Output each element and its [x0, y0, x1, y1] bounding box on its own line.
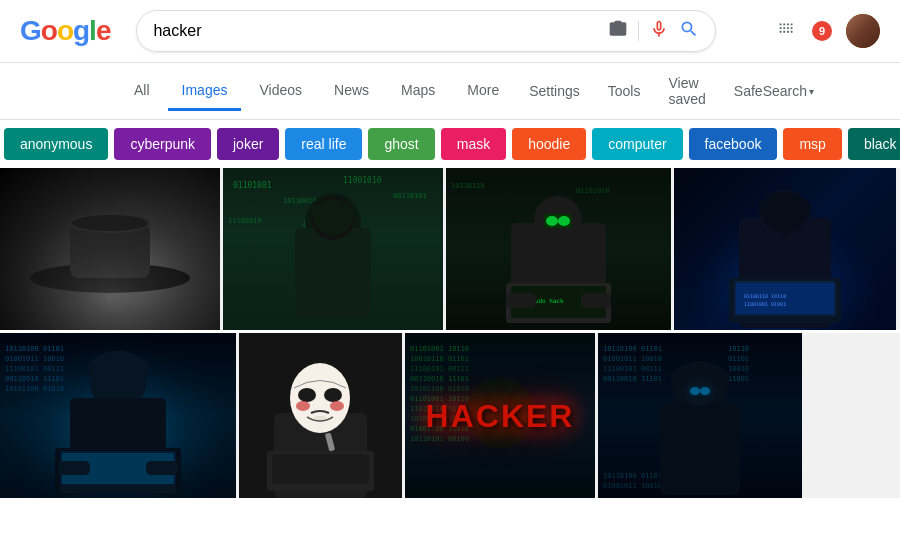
image-glow-hacker[interactable]: 10110100 01101 01001011 10010 11100101 0… — [0, 333, 236, 498]
chip-msp[interactable]: msp — [783, 128, 841, 160]
chip-real-life[interactable]: real life — [285, 128, 362, 160]
svg-rect-24 — [506, 293, 536, 308]
svg-text:00110010 11101: 00110010 11101 — [603, 375, 662, 383]
svg-rect-80 — [660, 405, 740, 495]
svg-text:10110100 01101: 10110100 01101 — [603, 345, 662, 353]
hacker-text-overlay: HACKER — [426, 397, 575, 434]
svg-point-20 — [558, 216, 570, 226]
svg-text:11001: 11001 — [728, 375, 749, 383]
nav-right: Settings Tools View saved SafeSearch ▾ — [517, 67, 826, 115]
svg-text:11100101 00111: 11100101 00111 — [410, 365, 469, 373]
google-logo: Google — [20, 15, 110, 47]
search-submit-icon[interactable] — [679, 19, 699, 43]
chip-joker[interactable]: joker — [217, 128, 279, 160]
svg-point-52 — [324, 388, 342, 402]
image-hoodie-back[interactable]: 01101001 10110010 11001010 00110101 1110… — [223, 168, 443, 330]
svg-text:10010110 01101: 10010110 01101 — [410, 355, 469, 363]
chip-mask[interactable]: mask — [441, 128, 506, 160]
image-blue-hacker[interactable]: 01100110 10110 11001001 01001 — [674, 168, 896, 330]
svg-rect-56 — [272, 454, 369, 484]
apps-icon[interactable] — [776, 18, 798, 44]
notification-badge[interactable]: 9 — [812, 21, 832, 41]
image-matrix-hood[interactable]: 10110100 01101 01001011 10010 11100101 0… — [598, 333, 802, 498]
chip-cyberpunk[interactable]: cyberpunk — [114, 128, 211, 160]
svg-text:01001011 10010: 01001011 10010 — [603, 482, 662, 490]
svg-text:00110101: 00110101 — [393, 192, 427, 200]
svg-point-51 — [298, 388, 316, 402]
svg-text:11100010: 11100010 — [228, 217, 262, 225]
svg-text:01001011 10010: 01001011 10010 — [603, 355, 662, 363]
svg-text:01101001: 01101001 — [233, 181, 272, 190]
svg-point-83 — [690, 387, 700, 395]
masked-laptop-svg: 10110110 01101010 $ sudo hack — [446, 168, 671, 330]
search-input[interactable] — [153, 22, 608, 40]
svg-text:10110100 01101: 10110100 01101 — [603, 472, 662, 480]
view-saved-button[interactable]: View saved — [656, 67, 717, 115]
header-right: 9 — [776, 14, 880, 48]
mic-icon[interactable] — [649, 19, 669, 43]
image-guy-fawkes[interactable] — [239, 333, 402, 498]
search-bar — [136, 10, 716, 52]
image-hacker-text[interactable]: 01101001 10110 10010110 01101 11100101 0… — [405, 333, 595, 498]
svg-text:11001001 01001: 11001001 01001 — [744, 301, 786, 307]
svg-rect-25 — [581, 293, 611, 308]
svg-text:10010: 10010 — [728, 365, 749, 373]
settings-button[interactable]: Settings — [517, 75, 592, 107]
svg-text:01100110 10110: 01100110 10110 — [744, 293, 786, 299]
svg-rect-12 — [295, 228, 371, 318]
svg-rect-47 — [146, 461, 178, 475]
svg-rect-46 — [58, 461, 90, 475]
header: Google — [0, 0, 900, 63]
image-masked-laptop[interactable]: 10110110 01101010 $ sudo hack — [446, 168, 671, 330]
glow-hacker-svg: 10110100 01101 01001011 10010 11100101 0… — [0, 333, 236, 498]
svg-text:01101010: 01101010 — [576, 187, 610, 195]
svg-point-54 — [330, 401, 344, 411]
tools-button[interactable]: Tools — [596, 75, 653, 107]
chip-anonymous[interactable]: anonymous — [4, 128, 108, 160]
matrix-hood-svg: 10110100 01101 01001011 10010 11100101 0… — [598, 333, 802, 498]
svg-text:01101: 01101 — [728, 355, 749, 363]
safesearch-button[interactable]: SafeSearch ▾ — [722, 75, 826, 107]
avatar-image — [846, 14, 880, 48]
svg-text:10110: 10110 — [728, 345, 749, 353]
divider — [638, 21, 639, 41]
tab-maps[interactable]: Maps — [387, 72, 449, 111]
avatar[interactable] — [846, 14, 880, 48]
tab-news[interactable]: News — [320, 72, 383, 111]
nav-tabs: All Images Videos News Maps More Setting… — [0, 63, 900, 120]
search-icons — [608, 19, 699, 43]
svg-point-53 — [296, 401, 310, 411]
svg-text:10110110: 10110110 — [451, 182, 485, 190]
svg-point-84 — [700, 387, 710, 395]
chip-hoodie[interactable]: hoodie — [512, 128, 586, 160]
tab-videos[interactable]: Videos — [245, 72, 316, 111]
svg-text:00110010 11101: 00110010 11101 — [410, 375, 469, 383]
hoodie-back-svg: 01101001 10110010 11001010 00110101 1110… — [223, 168, 443, 330]
tab-images[interactable]: Images — [168, 72, 242, 111]
svg-point-19 — [546, 216, 558, 226]
bottom-image-row: 10110100 01101 01001011 10010 11100101 0… — [0, 333, 900, 498]
chip-black[interactable]: black h — [848, 128, 900, 160]
svg-text:01101001 10110: 01101001 10110 — [410, 345, 469, 353]
hat-svg — [0, 168, 220, 330]
svg-rect-4 — [0, 168, 220, 330]
tab-all[interactable]: All — [120, 72, 164, 111]
svg-rect-45 — [60, 485, 176, 493]
image-hat[interactable] — [0, 168, 220, 330]
images-section: 01101001 10110010 11001010 00110101 1110… — [0, 168, 900, 498]
tab-more[interactable]: More — [453, 72, 513, 111]
chip-computer[interactable]: computer — [592, 128, 682, 160]
guy-fawkes-svg — [239, 333, 402, 498]
chevron-down-icon: ▾ — [809, 86, 814, 97]
chip-facebook[interactable]: facebook — [689, 128, 778, 160]
filter-chips: anonymous cyberpunk joker real life ghos… — [0, 120, 900, 168]
chip-ghost[interactable]: ghost — [368, 128, 434, 160]
svg-text:11001010: 11001010 — [343, 176, 382, 185]
camera-icon[interactable] — [608, 19, 628, 43]
svg-text:10110101 00100: 10110101 00100 — [410, 435, 469, 443]
svg-text:11100101 00111: 11100101 00111 — [603, 365, 662, 373]
top-image-row: 01101001 10110010 11001010 00110101 1110… — [0, 168, 900, 330]
svg-text:10101100 01010: 10101100 01010 — [410, 385, 469, 393]
blue-hacker-svg: 01100110 10110 11001001 01001 — [674, 168, 896, 330]
